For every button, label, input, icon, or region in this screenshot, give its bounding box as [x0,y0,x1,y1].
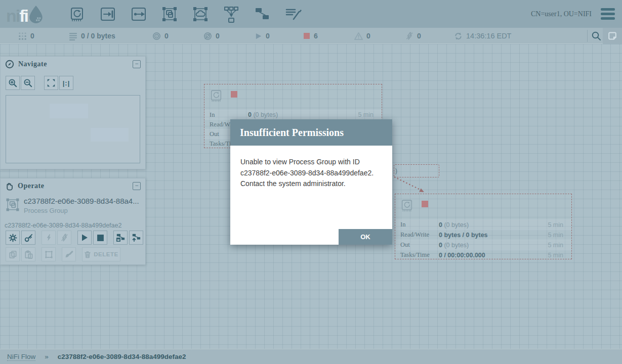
gear-icon [9,234,17,242]
enable-button[interactable] [42,231,56,245]
stat-value: 0 (0 bytes) [248,111,353,118]
selection-type: Process Group [24,207,68,214]
navigate-panel: Navigate − |:| [0,56,146,169]
connection-label[interactable]: ) [394,164,439,177]
brush-icon [65,250,73,259]
operate-panel: Operate − c23788f2-e06e-3089-8d34-88a4..… [0,178,146,265]
logo-text-ni: ni [6,8,19,24]
stopped-icon [303,32,310,39]
search-icon[interactable] [591,31,601,41]
group-button[interactable] [42,247,56,261]
process-group-icon[interactable] [160,5,179,23]
stat-row-in: In 0 (0 bytes) 5 min [204,110,382,119]
process-group-ghost-2[interactable]: In 0 (0 bytes) 5 min Read/Write 0 bytes … [395,194,572,259]
breadcrumb-current: c23788f2-e06e-3089-8d34-88a499defae2 [58,353,186,360]
active-threads-count: 0 [30,32,34,40]
zoom-actual-button[interactable]: |:| [59,76,73,90]
group-stats: In 0 (0 bytes) 5 min Read/Write 0 bytes … [395,219,571,260]
zoom-out-icon [23,78,32,87]
stat-window: 5 min [543,221,571,229]
disabled-bolt-icon [405,32,413,40]
component-toolbar [68,5,302,23]
disabled-status: 0 [405,28,421,44]
paste-button[interactable] [21,247,35,261]
bulletin-tile[interactable] [603,28,622,44]
output-port-icon[interactable] [130,5,148,23]
processor-icon[interactable] [68,5,86,23]
ok-button[interactable]: OK [339,229,392,245]
breadcrumb-separator: » [45,353,49,360]
collapse-navigate-button[interactable]: − [133,60,141,68]
running-status: 0 [255,28,270,44]
last-refresh-time: 14:36:16 EDT [466,32,511,40]
active-threads-status: 0 [18,28,34,44]
zoom-in-icon [8,78,17,87]
save-template-icon [116,233,125,242]
selection-id: c23788f2-e06e-3089-8d34-88a499defae2 [5,222,121,229]
connection-label-text: ) [395,167,397,174]
stat-value: 0 / 00:00:00.000 [439,252,543,259]
refresh-status: 14:36:16 EDT [454,28,511,44]
key-icon [24,234,33,242]
stat-window: 5 min [543,252,571,259]
process-group-icon [5,197,21,213]
disable-button[interactable] [57,231,71,245]
refresh-icon[interactable] [454,32,463,40]
copy-button[interactable] [6,247,20,261]
not-transmitting-status: 0 [203,28,220,44]
create-template-button[interactable] [113,231,128,245]
nifi-logo: nifi [6,5,62,24]
zoom-out-button[interactable] [21,76,35,90]
stat-value: 0 (0 bytes) [439,221,543,229]
birdseye-minimap[interactable] [6,95,140,163]
threads-grid-icon [18,32,27,40]
warning-triangle-icon [354,32,363,40]
flow-status-bar: 0 0 / 0 bytes 0 0 0 6 0 0 [0,28,622,44]
fill-color-button[interactable] [62,247,76,261]
running-count: 0 [266,32,270,40]
stop-button[interactable] [93,231,107,245]
stat-label: Read/Write [395,231,439,239]
label-icon[interactable] [284,5,302,23]
group-selection-icon [45,250,53,259]
insufficient-permissions-dialog: Insufficient Permissions Unable to view … [230,119,392,245]
stopped-indicator [422,201,428,207]
start-button[interactable] [77,231,92,245]
remote-process-group-icon[interactable] [191,5,210,23]
stat-label: In [204,111,248,119]
selection-name: c23788f2-e06e-3089-8d34-88a4... [24,197,141,205]
compass-icon [5,60,14,69]
fit-icon [47,78,56,87]
bolt-icon [45,234,53,242]
stat-row-tasks: Tasks/Time 0 / 00:00:00.000 5 min [395,250,571,260]
stat-value: 0 bytes / 0 bytes [439,232,543,239]
zoom-in-button[interactable] [6,76,20,90]
global-menu-icon[interactable] [601,8,615,22]
stop-icon [97,234,104,242]
dialog-title: Insufficient Permissions [230,119,392,146]
dialog-message: Unable to view Process Group with ID c23… [230,146,392,190]
trash-icon [84,251,91,258]
access-policies-button[interactable] [21,231,35,245]
processor-icon [400,198,414,213]
stat-row-out: Out 0 (0 bytes) 5 min [395,240,571,250]
template-icon[interactable] [253,5,271,23]
funnel-icon[interactable] [222,5,240,23]
hand-icon [5,182,14,191]
stat-window: 5 min [543,242,571,249]
configuration-button[interactable] [6,231,20,245]
input-port-icon[interactable] [99,5,117,23]
breadcrumb-root-link[interactable]: NiFi Flow [7,353,35,361]
queued-list-icon [69,32,77,40]
stat-row-in: In 0 (0 bytes) 5 min [395,219,571,230]
stopped-count: 6 [314,32,318,40]
delete-button[interactable]: DELETE [82,247,120,261]
stopped-status: 6 [303,28,318,44]
logo-text-fi: fi [19,8,28,24]
navigate-panel-title: Navigate [18,60,133,68]
zoom-fit-button[interactable] [44,76,58,90]
statusbar-divider [587,30,588,42]
upload-template-button[interactable] [129,231,143,245]
collapse-operate-button[interactable]: − [133,182,141,190]
one-to-one-label: |:| [63,79,70,87]
